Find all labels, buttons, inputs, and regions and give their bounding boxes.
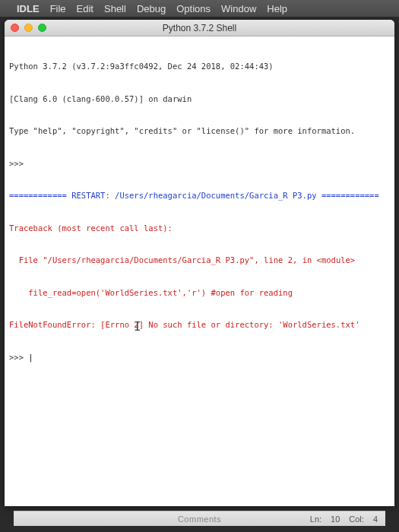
menu-edit[interactable]: Edit	[77, 3, 93, 14]
banner-line: [Clang 6.0 (clang-600.0.57)] on darwin	[9, 93, 390, 104]
statusbar: Comments Ln: 10 Col: 4	[14, 511, 385, 526]
maximize-icon[interactable]	[38, 24, 46, 32]
traceback-line: file_read=open('WorldSeries.txt','r') #o…	[9, 287, 390, 298]
prompt: >>>	[9, 158, 390, 169]
col-label: Col:	[349, 515, 364, 524]
menu-window[interactable]: Window	[221, 3, 256, 14]
titlebar[interactable]: Python 3.7.2 Shell	[5, 20, 394, 36]
banner-line: Type "help", "copyright", "credits" or "…	[9, 125, 390, 136]
menu-options[interactable]: Options	[176, 3, 211, 14]
minimize-icon[interactable]	[24, 24, 33, 32]
menu-app[interactable]: IDLE	[17, 3, 40, 14]
traffic-lights	[5, 24, 46, 32]
menubar: IDLE File Edit Shell Debug Options Windo…	[0, 0, 399, 17]
menu-debug[interactable]: Debug	[137, 3, 166, 14]
close-icon[interactable]	[11, 24, 19, 32]
traceback-line: Traceback (most recent call last):	[9, 223, 390, 233]
text-cursor-icon: I	[134, 319, 141, 334]
line-value: 10	[331, 515, 340, 524]
menu-help[interactable]: Help	[267, 3, 287, 14]
line-label: Ln:	[310, 515, 321, 524]
shell-window: Python 3.7.2 Shell Python 3.7.2 (v3.7.2:…	[5, 20, 394, 506]
banner-line: Python 3.7.2 (v3.7.2:9a3ffc0492, Dec 24 …	[9, 61, 390, 71]
col-value: 4	[373, 515, 378, 524]
window-title: Python 3.7.2 Shell	[5, 23, 394, 33]
shell-output[interactable]: Python 3.7.2 (v3.7.2:9a3ffc0492, Dec 24 …	[5, 36, 394, 506]
menu-shell[interactable]: Shell	[104, 3, 126, 14]
menu-file[interactable]: File	[50, 3, 66, 14]
prompt-active[interactable]: >>>	[9, 352, 390, 363]
restart-line: ============ RESTART: /Users/rheagarcia/…	[9, 190, 390, 201]
traceback-line: File "/Users/rheagarcia/Documents/Garcia…	[9, 255, 390, 265]
statusbar-comments-label: Comments	[178, 515, 221, 524]
traceback-line: FileNotFoundError: [Errno 2] No such fil…	[9, 319, 390, 330]
